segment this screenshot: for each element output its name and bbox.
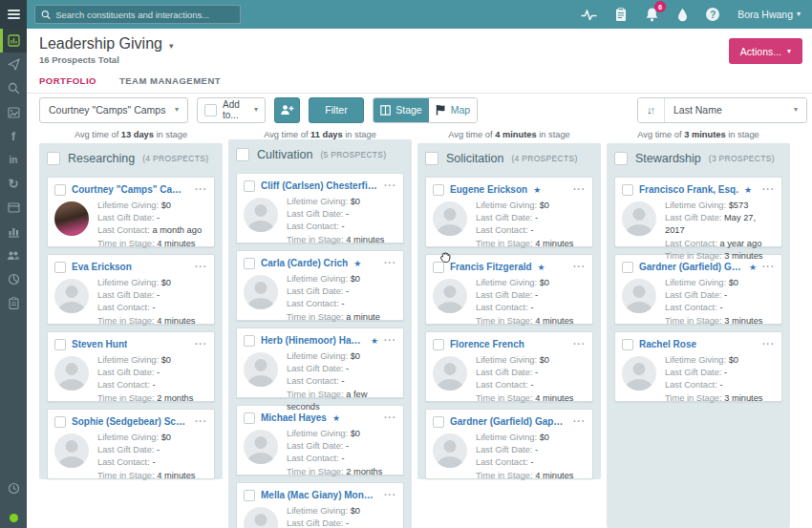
- prospect-card[interactable]: Carla (Carde) Crich ★ ··· Lifetime Givin…: [236, 250, 404, 321]
- prospect-name-link[interactable]: Sophie (Sedgebear) Schoenleiter: [72, 416, 189, 427]
- prospect-card[interactable]: Eugene Erickson ★ ··· Lifetime Giving: $…: [425, 177, 593, 247]
- hamburger-menu-icon[interactable]: [0, 0, 27, 29]
- card-menu-icon[interactable]: ···: [384, 335, 396, 346]
- card-checkbox[interactable]: [54, 262, 66, 273]
- sidebar-item-tasks[interactable]: [0, 291, 27, 315]
- card-checkbox[interactable]: [244, 258, 255, 269]
- sort-direction-button[interactable]: ↓↑: [638, 98, 665, 122]
- card-checkbox[interactable]: [244, 335, 255, 347]
- card-menu-icon[interactable]: ···: [384, 490, 396, 500]
- card-menu-icon[interactable]: ···: [573, 339, 586, 349]
- card-checkbox[interactable]: [54, 184, 66, 196]
- prospect-card[interactable]: Florence French ··· Lifetime Giving: $0 …: [425, 331, 593, 402]
- sidebar-item-photos[interactable]: [0, 100, 27, 124]
- global-search[interactable]: [34, 5, 241, 24]
- prospect-card[interactable]: Gardner (Garfield) Gapper ··· Lifetime G…: [425, 409, 593, 479]
- prospect-name-link[interactable]: Florence French: [450, 339, 524, 349]
- search-input[interactable]: [55, 10, 234, 20]
- card-checkbox[interactable]: [433, 339, 444, 350]
- prospect-card[interactable]: Sophie (Sedgebear) Schoenleiter ··· Life…: [47, 409, 215, 479]
- add-prospect-button[interactable]: [274, 97, 300, 123]
- tasks-clipboard-icon[interactable]: [615, 8, 627, 22]
- card-menu-icon[interactable]: ···: [573, 184, 586, 195]
- card-checkbox[interactable]: [54, 416, 66, 428]
- prospect-card[interactable]: Francis Fitzgerald ★ ··· Lifetime Giving…: [425, 254, 593, 325]
- add-to-control[interactable]: Add to... ▾: [197, 97, 266, 123]
- column-checkbox[interactable]: [236, 148, 249, 161]
- prospect-card[interactable]: Eva Erickson ··· Lifetime Giving: $0 Las…: [47, 254, 215, 325]
- notifications-bell-icon[interactable]: 6: [645, 7, 659, 22]
- prospect-name-link[interactable]: Eugene Erickson: [450, 184, 527, 195]
- prospect-card[interactable]: Steven Hunt ··· Lifetime Giving: $0 Last…: [47, 331, 215, 402]
- actions-button[interactable]: Actions... ▾: [729, 38, 802, 64]
- prospect-name-link[interactable]: Rachel Rose: [639, 339, 696, 349]
- filter-button[interactable]: Filter: [309, 97, 364, 123]
- prospect-name-link[interactable]: Michael Hayes: [261, 412, 327, 423]
- map-view-button[interactable]: Map: [429, 98, 477, 122]
- prospect-card[interactable]: Mella (Mac Giany) Monkley ··· Lifetime G…: [236, 482, 404, 528]
- card-menu-icon[interactable]: ···: [195, 184, 207, 195]
- sidebar-item-reports[interactable]: [0, 220, 27, 243]
- prospect-name-link[interactable]: Mella (Mac Giany) Monkley: [261, 490, 378, 500]
- prospect-card[interactable]: Courtney "Camps" Camps ··· Lifetime Givi…: [47, 177, 215, 247]
- card-checkbox[interactable]: [54, 339, 66, 350]
- drop-icon[interactable]: [677, 8, 688, 22]
- sidebar-item-recent[interactable]: [0, 476, 27, 500]
- prospect-name-link[interactable]: Francisco Frank, Esq.: [639, 184, 738, 195]
- card-checkbox[interactable]: [244, 412, 255, 424]
- prospect-name-link[interactable]: Steven Hunt: [72, 339, 127, 349]
- sidebar-item-history[interactable]: ↻: [0, 172, 27, 196]
- sidebar-item-facebook[interactable]: f: [0, 124, 27, 148]
- card-checkbox[interactable]: [433, 262, 444, 273]
- card-menu-icon[interactable]: ···: [384, 412, 396, 423]
- card-menu-icon[interactable]: ···: [195, 262, 207, 272]
- card-menu-icon[interactable]: ···: [384, 180, 396, 191]
- prospect-card[interactable]: Rachel Rose ··· Lifetime Giving: $0 Last…: [614, 331, 782, 402]
- stage-view-button[interactable]: Stage: [374, 98, 429, 122]
- prospect-name-link[interactable]: Francis Fitzgerald: [450, 262, 532, 272]
- prospect-name-link[interactable]: Carla (Carde) Crich: [261, 258, 348, 268]
- sidebar-item-linkedin[interactable]: in: [0, 148, 27, 172]
- sidebar-item-search[interactable]: [0, 76, 27, 100]
- select-all-checkbox[interactable]: [204, 104, 217, 116]
- card-checkbox[interactable]: [622, 339, 633, 350]
- card-menu-icon[interactable]: ···: [762, 339, 775, 349]
- sidebar-item-analytics[interactable]: [0, 267, 27, 291]
- prospect-card[interactable]: Francisco Frank, Esq. ★ ··· Lifetime Giv…: [614, 177, 782, 247]
- user-menu[interactable]: Bora Hwang ▾: [737, 9, 801, 20]
- card-checkbox[interactable]: [244, 490, 255, 501]
- prospect-card[interactable]: Cliff (Carlsen) Chesterfield ··· Lifetim…: [236, 173, 404, 243]
- card-checkbox[interactable]: [622, 184, 633, 196]
- prospect-name-link[interactable]: Gardner (Garfield) Gapper: [639, 262, 743, 272]
- card-menu-icon[interactable]: ···: [573, 416, 586, 427]
- card-menu-icon[interactable]: ···: [573, 262, 586, 272]
- sidebar-item-launch[interactable]: [0, 53, 27, 76]
- tab-portfolio[interactable]: PORTFOLIO: [39, 75, 96, 93]
- column-checkbox[interactable]: [614, 152, 628, 165]
- prospect-name-link[interactable]: Herb (Hinemoor) Haslen: [261, 335, 365, 346]
- card-menu-icon[interactable]: ···: [195, 339, 207, 349]
- card-menu-icon[interactable]: ···: [762, 262, 775, 272]
- title-chevron-icon[interactable]: ▾: [169, 41, 174, 51]
- card-checkbox[interactable]: [433, 416, 444, 428]
- column-checkbox[interactable]: [47, 152, 60, 165]
- prospect-name-link[interactable]: Cliff (Carlsen) Chesterfield: [261, 180, 378, 191]
- prospect-card[interactable]: Michael Hayes ★ ··· Lifetime Giving: $0 …: [236, 405, 404, 475]
- card-checkbox[interactable]: [622, 262, 633, 273]
- prospect-card[interactable]: Gardner (Garfield) Gapper ★ ··· Lifetime…: [614, 254, 782, 325]
- card-menu-icon[interactable]: ···: [384, 258, 396, 268]
- prospect-name-link[interactable]: Eva Erickson: [72, 262, 132, 272]
- portfolio-owner-select[interactable]: Courtney "Camps" Camps ▾: [39, 97, 188, 123]
- sidebar-item-team[interactable]: [0, 243, 27, 267]
- sort-by-select[interactable]: Last Name ▾: [665, 98, 806, 122]
- prospect-card[interactable]: Herb (Hinemoor) Haslen ★ ··· Lifetime Gi…: [236, 327, 404, 398]
- tab-team-management[interactable]: TEAM MANAGEMENT: [119, 75, 221, 93]
- prospect-name-link[interactable]: Courtney "Camps" Camps: [72, 184, 189, 195]
- card-menu-icon[interactable]: ···: [195, 416, 207, 427]
- sidebar-item-home[interactable]: [0, 29, 27, 53]
- sidebar-item-card[interactable]: [0, 196, 27, 220]
- card-menu-icon[interactable]: ···: [762, 184, 775, 195]
- help-icon[interactable]: ?: [706, 8, 719, 21]
- card-checkbox[interactable]: [433, 184, 444, 196]
- prospect-name-link[interactable]: Gardner (Garfield) Gapper: [450, 416, 567, 427]
